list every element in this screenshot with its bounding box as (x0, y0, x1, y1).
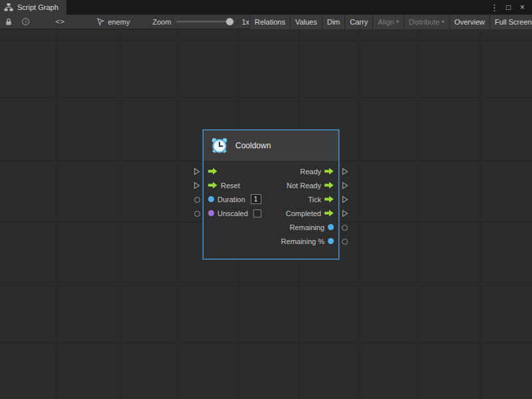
values-button[interactable]: Values (290, 15, 322, 29)
zoom-label: Zoom (152, 18, 171, 26)
port-row: Remaining % (203, 234, 338, 248)
unscaled-checkbox[interactable] (253, 209, 261, 217)
graph-canvas[interactable]: Cooldown Ready Res (0, 29, 532, 399)
script-graph-icon (4, 3, 13, 11)
carry-button[interactable]: Carry (344, 15, 372, 29)
port-row: Remaining (203, 220, 338, 234)
port-connector-value-out-remaining[interactable] (342, 225, 348, 231)
port-connector-flow-out-ready[interactable] (342, 168, 348, 176)
port-in-reset[interactable]: Reset (208, 182, 240, 190)
port-connector-flow-out-tick[interactable] (342, 196, 348, 203)
lock-icon[interactable] (3, 15, 14, 29)
zoom-slider-knob[interactable] (226, 18, 233, 25)
port-in-duration[interactable]: Duration 1 (208, 194, 261, 204)
relations-button[interactable]: Relations (249, 15, 290, 29)
flow-arrow-icon (325, 168, 334, 175)
flow-arrow-icon (325, 196, 334, 203)
port-connector-value-out-remaining-percent[interactable] (342, 239, 348, 245)
value-port-icon (328, 224, 334, 230)
tab-title: Script Graph (17, 3, 59, 11)
port-row: Reset Not Ready (203, 178, 338, 192)
chevron-down-icon: ▾ (442, 19, 444, 25)
zoom-control: Zoom 1x (152, 18, 249, 26)
port-connector-value-in-duration[interactable] (194, 197, 200, 203)
port-connector-flow-out-not-ready[interactable] (342, 182, 348, 190)
tab-script-graph[interactable]: Script Graph (0, 0, 66, 15)
toolbar-buttons: Relations Values Dim Carry Align ▾ Distr… (249, 15, 532, 29)
port-connector-flow-in-reset[interactable] (194, 182, 200, 190)
distribute-dropdown[interactable]: Distribute ▾ (404, 15, 449, 29)
maximize-icon[interactable]: □ (503, 1, 514, 13)
graph-toolbar: i <> enemy Zoom 1x Relations Values Dim … (0, 15, 532, 29)
full-screen-button[interactable]: Full Screen (489, 15, 532, 29)
zoom-value: 1x (241, 18, 249, 26)
flow-arrow-icon (325, 209, 334, 217)
cooldown-node[interactable]: Cooldown Ready Res (203, 130, 339, 259)
port-row: Unscaled Completed (203, 206, 338, 220)
port-row: Duration 1 Tick (203, 192, 338, 206)
port-out-remaining[interactable]: Remaining (289, 223, 334, 231)
value-port-icon (328, 238, 334, 244)
port-connector-value-in-unscaled[interactable] (194, 211, 200, 217)
port-out-not-ready[interactable]: Not Ready (287, 182, 334, 190)
port-out-tick[interactable]: Tick (308, 196, 334, 203)
graph-target-label: enemy (108, 18, 130, 26)
script-graph-window: Script Graph ⋮ □ × i <> enemy Zoom (0, 0, 532, 399)
overview-button[interactable]: Overview (449, 15, 489, 29)
window-controls: ⋮ □ × (489, 1, 532, 13)
duration-value-field[interactable]: 1 (251, 194, 261, 204)
pointer-icon (96, 18, 104, 26)
info-icon[interactable]: i (20, 15, 31, 29)
close-icon[interactable]: × (517, 1, 528, 13)
node-title: Cooldown (235, 141, 271, 150)
node-body: Ready Reset Not Ready (203, 162, 338, 248)
value-port-icon (208, 210, 214, 216)
chevron-down-icon: ▾ (396, 19, 399, 25)
flow-arrow-icon (208, 182, 217, 189)
zoom-slider[interactable] (176, 21, 235, 23)
align-dropdown[interactable]: Align ▾ (372, 15, 403, 29)
code-icon[interactable]: <> (53, 15, 67, 29)
port-in-enter[interactable] (208, 168, 221, 175)
cooldown-node-header[interactable]: Cooldown (203, 130, 338, 162)
alarm-clock-icon (211, 137, 228, 154)
port-out-remaining-percent[interactable]: Remaining % (281, 237, 334, 245)
port-out-completed[interactable]: Completed (286, 209, 334, 217)
dim-button[interactable]: Dim (322, 15, 345, 29)
port-in-unscaled[interactable]: Unscaled (208, 209, 261, 217)
port-connector-flow-in-enter[interactable] (194, 168, 200, 176)
value-port-icon (208, 196, 214, 202)
port-row: Ready (203, 164, 338, 178)
port-out-ready[interactable]: Ready (300, 168, 334, 176)
graph-target[interactable]: enemy (96, 18, 130, 26)
port-connector-flow-out-completed[interactable] (342, 209, 348, 217)
window-menu-icon[interactable]: ⋮ (489, 1, 500, 13)
flow-arrow-icon (325, 182, 334, 189)
flow-arrow-icon (208, 168, 217, 175)
title-bar: Script Graph ⋮ □ × (0, 0, 532, 15)
